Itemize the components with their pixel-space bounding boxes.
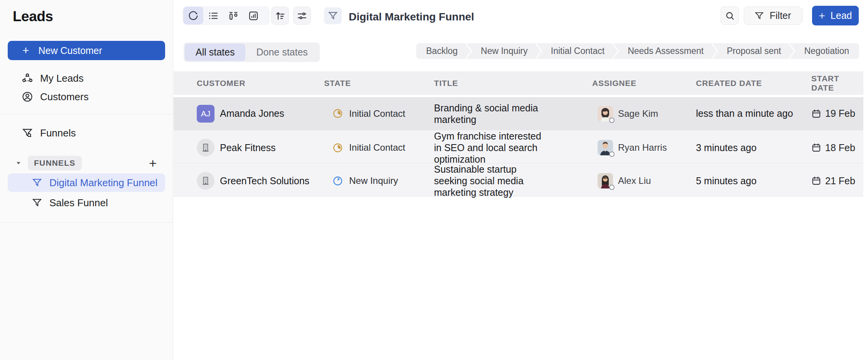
customer-name: Amanda Jones bbox=[220, 108, 284, 119]
created-date: less than a minute ago bbox=[696, 108, 793, 119]
table-header: CUSTOMER STATE TITLE ASSIGNEE CREATED DA… bbox=[174, 71, 863, 95]
state-label: Initial Contact bbox=[349, 108, 405, 119]
leads-app: Leads + New Customer My Leads Customers bbox=[0, 0, 868, 360]
avatar-initials: AJ bbox=[197, 105, 214, 123]
tab-done-states[interactable]: Done states bbox=[245, 44, 318, 61]
kanban-view-button[interactable] bbox=[223, 7, 243, 25]
calendar-icon bbox=[811, 176, 821, 186]
company-avatar bbox=[197, 172, 214, 190]
chart-view-button[interactable] bbox=[243, 7, 263, 25]
funnel-icon bbox=[32, 177, 42, 188]
filter-label: Filter bbox=[770, 10, 791, 21]
state-chip-backlog[interactable]: Backlog bbox=[416, 43, 471, 59]
funnels-section-header: FUNNELS + bbox=[8, 155, 165, 171]
search-button[interactable] bbox=[721, 7, 739, 25]
state-chip-new-inquiry[interactable]: New Inquiry bbox=[466, 43, 540, 59]
plus-icon: + bbox=[22, 45, 29, 56]
state-pie-icon bbox=[333, 176, 343, 186]
lead-title: Sustainable startup seeking social media… bbox=[434, 163, 550, 198]
start-date: 19 Feb bbox=[825, 108, 855, 119]
sidebar-item-digital-marketing-funnel[interactable]: Digital Marketing Funnel bbox=[8, 173, 165, 192]
sidebar: Leads + New Customer My Leads Customers bbox=[0, 0, 173, 360]
column-header-customer[interactable]: CUSTOMER bbox=[174, 79, 324, 88]
lead-label: Lead bbox=[831, 10, 852, 21]
avatar-alex-liu bbox=[598, 173, 613, 188]
new-lead-button[interactable]: + Lead bbox=[812, 6, 859, 25]
start-date: 18 Feb bbox=[825, 142, 855, 153]
tab-all-states[interactable]: All states bbox=[185, 44, 245, 61]
filter-button[interactable]: Filter bbox=[744, 7, 802, 25]
avatar-ryan-harris bbox=[598, 140, 613, 155]
calendar-icon bbox=[811, 109, 821, 119]
page-title: Leads bbox=[13, 8, 53, 25]
view-title: Digital Marketing Funnel bbox=[349, 11, 474, 23]
created-date: 5 minutes ago bbox=[696, 175, 757, 187]
funnel-states-breadcrumb: Backlog New Inquiry Initial Contact Need… bbox=[416, 43, 860, 59]
sidebar-item-label: Funnels bbox=[40, 127, 76, 139]
column-header-created-date[interactable]: CREATED DATE bbox=[696, 79, 811, 88]
settings-sliders-icon bbox=[296, 10, 308, 22]
state-pie-icon bbox=[333, 143, 343, 153]
state-label: Initial Contact bbox=[349, 142, 405, 153]
sidebar-item-sales-funnel[interactable]: Sales Funnel bbox=[8, 193, 165, 212]
topbar-divider bbox=[802, 8, 803, 23]
funnel-icon bbox=[328, 10, 338, 21]
company-avatar bbox=[197, 139, 214, 156]
funnel-badge bbox=[324, 7, 342, 24]
column-header-start-date[interactable]: START DATE bbox=[811, 74, 863, 93]
funnel-item-label: Sales Funnel bbox=[49, 197, 108, 209]
new-customer-button[interactable]: + New Customer bbox=[8, 41, 165, 60]
assignee-name: Alex Liu bbox=[618, 175, 651, 186]
sort-icon bbox=[274, 10, 286, 22]
funnel-item-label: Digital Marketing Funnel bbox=[49, 177, 157, 189]
table-row[interactable]: Peak Fitness Initial Contact Gym franchi… bbox=[174, 130, 863, 163]
assignee-name: Sage Kim bbox=[618, 108, 658, 119]
column-header-assignee[interactable]: ASSIGNEE bbox=[592, 79, 696, 88]
sidebar-divider bbox=[0, 222, 173, 223]
states-tabs: All states Done states bbox=[184, 42, 320, 62]
sidebar-item-my-leads[interactable]: My Leads bbox=[8, 69, 165, 87]
lead-title: Gym franchise interested in SEO and loca… bbox=[434, 130, 550, 165]
sidebar-item-label: My Leads bbox=[40, 72, 84, 84]
presence-indicator bbox=[609, 118, 615, 123]
funnel-search-icon bbox=[22, 127, 33, 139]
calendar-icon bbox=[811, 143, 821, 153]
column-header-state[interactable]: STATE bbox=[324, 79, 434, 88]
building-icon bbox=[201, 176, 211, 186]
funnels-section-label[interactable]: FUNNELS bbox=[28, 156, 82, 170]
table-row[interactable]: AJ Amanda Jones Initial Contact Branding… bbox=[174, 97, 863, 130]
leads-table: CUSTOMER STATE TITLE ASSIGNEE CREATED DA… bbox=[174, 71, 863, 197]
view-settings-button[interactable] bbox=[293, 7, 311, 25]
status-view-button[interactable] bbox=[183, 7, 203, 25]
lead-title: Branding & social media marketing bbox=[434, 102, 550, 125]
chevron-down-icon[interactable] bbox=[15, 159, 22, 167]
building-icon bbox=[201, 143, 211, 153]
list-view-button[interactable] bbox=[203, 7, 223, 25]
presence-indicator bbox=[609, 151, 615, 157]
state-chip-negotiation[interactable]: Negotiation bbox=[790, 43, 859, 59]
assignee-name: Ryan Harris bbox=[618, 142, 667, 153]
search-icon bbox=[724, 10, 735, 21]
table-row[interactable]: GreenTech Solutions New Inquiry Sustaina… bbox=[174, 163, 863, 197]
state-chip-initial-contact[interactable]: Initial Contact bbox=[536, 43, 618, 59]
funnel-icon bbox=[32, 197, 42, 208]
sidebar-item-funnels[interactable]: Funnels bbox=[8, 124, 165, 142]
new-customer-label: New Customer bbox=[39, 45, 102, 56]
plus-icon: + bbox=[819, 10, 825, 22]
start-date: 21 Feb bbox=[825, 175, 855, 187]
state-chip-proposal-sent[interactable]: Proposal sent bbox=[712, 43, 794, 59]
state-chip-needs-assessment[interactable]: Needs Assessment bbox=[613, 43, 717, 59]
avatar-sage-kim bbox=[598, 106, 613, 121]
add-funnel-button[interactable]: + bbox=[149, 156, 157, 170]
sidebar-item-customers[interactable]: Customers bbox=[8, 88, 165, 106]
topbar: Digital Marketing Funnel Filter + Lead bbox=[174, 0, 868, 35]
column-header-title[interactable]: TITLE bbox=[434, 79, 592, 88]
state-label: New Inquiry bbox=[349, 175, 398, 186]
view-switcher bbox=[183, 7, 269, 25]
sidebar-item-label: Customers bbox=[40, 91, 89, 103]
sidebar-divider bbox=[0, 114, 173, 114]
kanban-view-icon bbox=[228, 10, 239, 22]
state-pie-icon bbox=[333, 108, 343, 119]
leads-icon bbox=[22, 72, 33, 84]
sort-button[interactable] bbox=[271, 7, 289, 25]
